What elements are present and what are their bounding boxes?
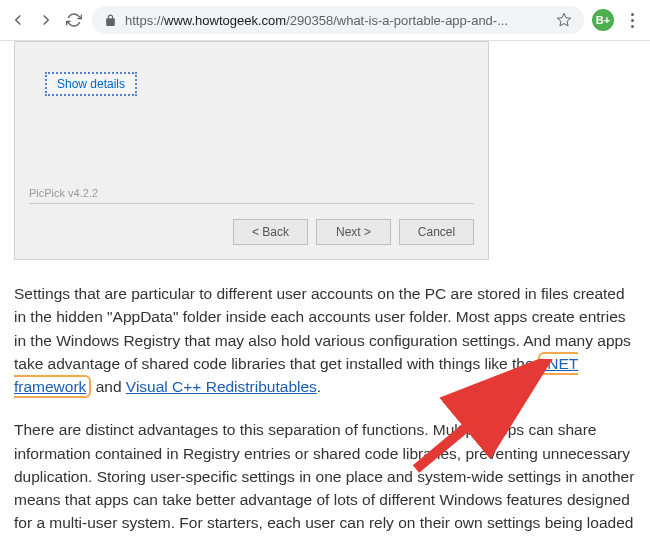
url-bar[interactable]: https://www.howtogeek.com/290358/what-is…	[92, 6, 584, 34]
divider	[29, 203, 474, 204]
browser-toolbar: https://www.howtogeek.com/290358/what-is…	[0, 0, 650, 41]
cancel-button: Cancel	[399, 219, 474, 245]
page-content: Show details PicPick v4.2.2 < Back Next …	[0, 41, 650, 535]
url-text: https://www.howtogeek.com/290358/what-is…	[125, 13, 508, 28]
back-button: < Back	[233, 219, 308, 245]
reload-icon[interactable]	[64, 10, 84, 30]
visual-cpp-link[interactable]: Visual C++ Redistributables	[126, 378, 317, 395]
forward-icon[interactable]	[36, 10, 56, 30]
article-body: Settings that are particular to differen…	[14, 282, 636, 535]
star-icon[interactable]	[556, 12, 572, 28]
next-button: Next >	[316, 219, 391, 245]
version-label: PicPick v4.2.2	[29, 187, 98, 199]
lock-icon	[104, 14, 117, 27]
extension-badge[interactable]: B+	[592, 9, 614, 31]
paragraph-2: There are distinct advantages to this se…	[14, 418, 636, 534]
show-details-button: Show details	[45, 72, 137, 96]
paragraph-1: Settings that are particular to differen…	[14, 282, 636, 398]
menu-icon[interactable]	[622, 13, 642, 28]
installer-screenshot: Show details PicPick v4.2.2 < Back Next …	[14, 41, 489, 260]
back-icon[interactable]	[8, 10, 28, 30]
installer-buttons: < Back Next > Cancel	[233, 219, 474, 245]
